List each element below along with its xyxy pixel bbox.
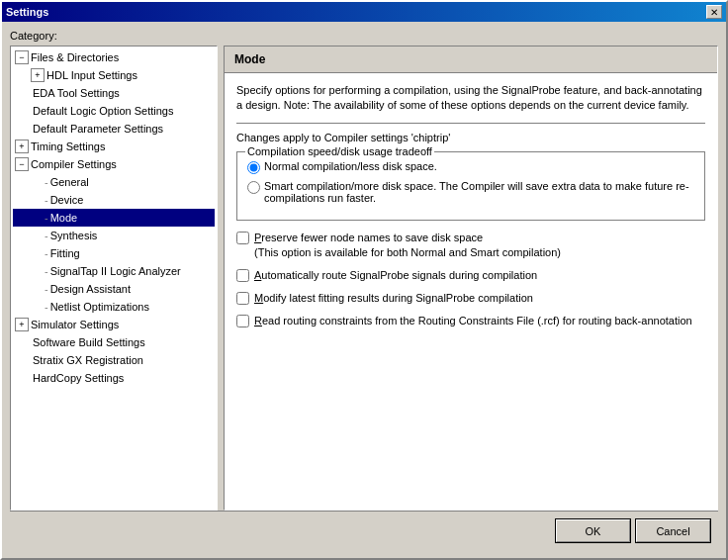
sidebar-item-general[interactable]: - General <box>13 173 215 191</box>
sidebar-item-hardcopy[interactable]: HardCopy Settings <box>13 369 215 387</box>
button-row: OK Cancel <box>10 511 718 550</box>
sidebar-item-label: SignalTap II Logic Analyzer <box>50 263 181 279</box>
sidebar-item-device[interactable]: - Device <box>13 191 215 209</box>
dash-icon: - <box>45 263 48 279</box>
radio-smart[interactable]: Smart compilation/more disk space. The C… <box>247 180 694 204</box>
main-area: −Files & Directories+HDL Input SettingsE… <box>10 46 718 511</box>
sidebar-item-label: EDA Tool Settings <box>33 85 120 101</box>
group-title: Compilation speed/disk usage tradeoff <box>245 145 434 157</box>
dash-icon: - <box>45 210 48 226</box>
radio-label-normal: Normal compilation/less disk space. <box>264 160 437 172</box>
description-text: Specify options for performing a compila… <box>236 83 705 113</box>
checkbox-label-read-routing: Read routing constraints from the Routin… <box>254 314 692 328</box>
radio-label-smart: Smart compilation/more disk space. The C… <box>264 180 694 204</box>
settings-dialog: Settings ✕ Category: −Files & Directorie… <box>0 0 728 560</box>
sidebar-item-label: Timing Settings <box>31 139 105 154</box>
sidebar-item-label: Files & Directories <box>31 49 119 65</box>
checkbox-read-routing[interactable]: Read routing constraints from the Routin… <box>236 314 705 328</box>
radio-input-smart[interactable] <box>247 181 260 194</box>
sidebar-item-label: Default Logic Option Settings <box>33 103 173 119</box>
dash-icon: - <box>45 192 48 208</box>
sidebar-item-label: Fitting <box>50 245 80 261</box>
checkbox-input-read-routing[interactable] <box>236 315 249 327</box>
sidebar-item-hdl-input[interactable]: +HDL Input Settings <box>13 66 215 84</box>
sidebar-item-files-dirs[interactable]: −Files & Directories <box>13 48 215 66</box>
checkbox-label-modify-fitting: Modify latest fitting results during Sig… <box>254 291 533 306</box>
checkbox-input-auto-route[interactable] <box>236 269 249 282</box>
sidebar-item-label: Design Assistant <box>50 281 131 297</box>
dash-icon: - <box>45 245 48 261</box>
compilation-group: Compilation speed/disk usage tradeoff No… <box>236 151 705 221</box>
checkbox-input-preserve-nodes[interactable] <box>236 232 249 244</box>
category-tree: −Files & Directories+HDL Input SettingsE… <box>10 46 218 511</box>
dash-icon: - <box>45 281 48 297</box>
checkbox-input-modify-fitting[interactable] <box>236 292 249 305</box>
sidebar-item-simulator[interactable]: +Simulator Settings <box>13 316 215 333</box>
radio-normal[interactable]: Normal compilation/less disk space. <box>247 160 694 174</box>
checkbox-auto-route[interactable]: Automatically route SignalProbe signals … <box>236 268 705 283</box>
separator <box>236 123 705 124</box>
expander-icon: + <box>15 318 29 331</box>
checkbox-label-preserve-nodes: Preserve fewer node names to save disk s… <box>254 231 561 260</box>
sidebar-item-label: Compiler Settings <box>31 156 117 172</box>
sidebar-item-eda-tool[interactable]: EDA Tool Settings <box>13 84 215 102</box>
sidebar-item-label: Simulator Settings <box>31 317 119 332</box>
expander-icon: − <box>15 50 29 64</box>
sidebar-item-fitting[interactable]: - Fitting <box>13 244 215 262</box>
sidebar-item-stratix-gx[interactable]: Stratix GX Registration <box>13 351 215 369</box>
sidebar-item-label: General <box>50 174 89 190</box>
ok-button[interactable]: OK <box>556 519 630 542</box>
close-button[interactable]: ✕ <box>706 5 722 19</box>
sidebar-item-label: Stratix GX Registration <box>33 352 143 368</box>
checkbox-preserve-nodes[interactable]: Preserve fewer node names to save disk s… <box>236 231 705 260</box>
dialog-body: Category: −Files & Directories+HDL Input… <box>2 22 726 558</box>
checkbox-modify-fitting[interactable]: Modify latest fitting results during Sig… <box>236 291 705 306</box>
sidebar-item-signaltap[interactable]: - SignalTap II Logic Analyzer <box>13 262 215 280</box>
sidebar-item-label: Device <box>50 192 84 208</box>
dash-icon: - <box>45 174 48 190</box>
title-bar: Settings ✕ <box>2 2 726 22</box>
sidebar-item-label: HDL Input Settings <box>46 67 137 83</box>
sidebar-item-default-logic[interactable]: Default Logic Option Settings <box>13 102 215 120</box>
window-title: Settings <box>6 6 48 18</box>
cancel-button[interactable]: Cancel <box>636 519 710 542</box>
sidebar-item-design-assistant[interactable]: - Design Assistant <box>13 280 215 298</box>
radio-input-normal[interactable] <box>247 161 260 174</box>
sidebar-item-default-param[interactable]: Default Parameter Settings <box>13 120 215 138</box>
checkbox-label-auto-route: Automatically route SignalProbe signals … <box>254 268 537 283</box>
sidebar-item-software-build[interactable]: Software Build Settings <box>13 333 215 351</box>
sidebar-item-label: Mode <box>50 210 78 226</box>
changes-text: Changes apply to Compiler settings 'chip… <box>236 132 705 143</box>
expander-icon: − <box>15 157 29 171</box>
sidebar-item-label: HardCopy Settings <box>33 370 124 386</box>
category-label: Category: <box>10 30 718 42</box>
sidebar-item-label: Default Parameter Settings <box>33 121 163 137</box>
sidebar-item-synthesis[interactable]: - Synthesis <box>13 227 215 244</box>
content-body: Specify options for performing a compila… <box>225 73 717 510</box>
expander-icon: + <box>31 68 45 82</box>
dash-icon: - <box>45 299 48 315</box>
content-area: Mode Specify options for performing a co… <box>224 46 718 511</box>
dash-icon: - <box>45 228 48 243</box>
sidebar-item-compiler[interactable]: −Compiler Settings <box>13 155 215 173</box>
sidebar-item-timing[interactable]: +Timing Settings <box>13 138 215 155</box>
sidebar-item-label: Software Build Settings <box>33 334 145 350</box>
sidebar-item-netlist-opt[interactable]: - Netlist Optimizations <box>13 298 215 316</box>
sidebar-item-label: Netlist Optimizations <box>50 299 149 315</box>
content-header: Mode <box>225 47 717 73</box>
sidebar-item-label: Synthesis <box>50 228 98 243</box>
expander-icon: + <box>15 140 29 153</box>
sidebar-item-mode[interactable]: - Mode <box>13 209 215 227</box>
